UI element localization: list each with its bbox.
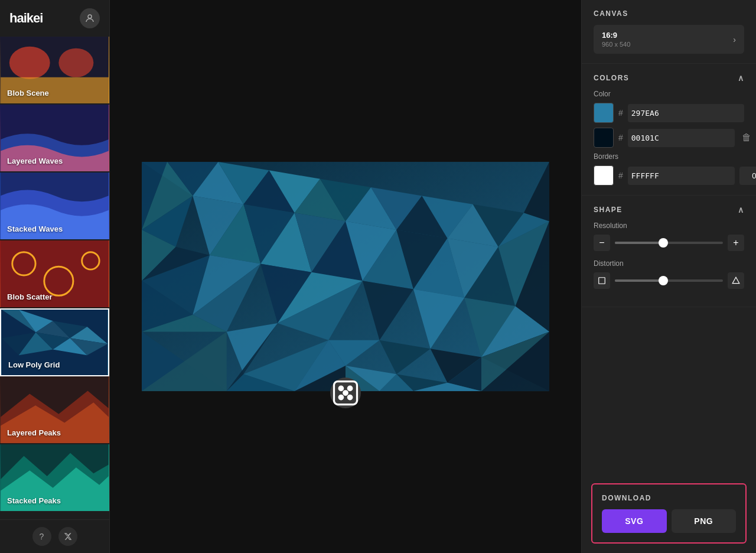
svg-point-99	[339, 395, 343, 399]
right-panel: CANVAS 16:9 960 x 540 › COLORS ∧ Color #…	[581, 0, 756, 553]
border-hex-input[interactable]	[628, 167, 735, 185]
download-png-button[interactable]: PNG	[672, 509, 737, 533]
svg-rect-102	[599, 278, 605, 284]
twitter-button[interactable]	[58, 527, 77, 546]
color-row-1: #	[594, 103, 744, 123]
colors-chevron[interactable]: ∧	[738, 73, 745, 83]
main-canvas-area	[110, 0, 581, 553]
download-buttons: SVG PNG	[602, 509, 736, 533]
sidebar-item-blob-scene[interactable]: Blob Scene	[0, 37, 109, 105]
color-swatch-2[interactable]	[594, 128, 614, 148]
sidebar-item-label-stacked-waves: Stacked Waves	[7, 225, 63, 233]
distortion-icon-left[interactable]	[594, 272, 610, 289]
download-svg-button[interactable]: SVG	[602, 509, 667, 533]
colors-section-title: COLORS ∧	[594, 73, 744, 83]
color-hex-input-1[interactable]	[628, 104, 744, 122]
resolution-decrease-button[interactable]: −	[594, 235, 610, 251]
svg-point-3	[58, 48, 93, 77]
borders-label: Borders	[594, 152, 744, 161]
avatar-button[interactable]	[80, 8, 100, 28]
distortion-slider[interactable]	[615, 279, 723, 282]
sidebar-item-label-layered-waves: Layered Waves	[7, 157, 63, 165]
distortion-slider-row	[594, 272, 744, 289]
sidebar-items-list: Blob SceneLayered WavesStacked WavesBlob…	[0, 37, 109, 519]
randomize-button[interactable]	[330, 378, 361, 408]
sidebar-item-layered-waves[interactable]: Layered Waves	[0, 105, 109, 173]
canvas-preview	[142, 161, 549, 392]
border-value-input[interactable]	[739, 167, 756, 185]
shape-chevron[interactable]: ∧	[738, 205, 745, 214]
sidebar-item-label-blob-scene: Blob Scene	[7, 89, 49, 97]
sidebar-item-label-layered-peaks: Layered Peaks	[7, 428, 61, 437]
shape-section-title: SHAPE ∧	[594, 205, 744, 214]
canvas-ratio-label: 16:9	[602, 31, 630, 40]
resolution-slider[interactable]	[615, 242, 723, 244]
color-swatch-1[interactable]	[594, 103, 614, 123]
sidebar-item-low-poly-grid[interactable]: Low Poly Grid	[0, 308, 109, 376]
sidebar-item-label-blob-scatter: Blob Scatter	[7, 292, 53, 301]
canvas-section-title: CANVAS	[594, 9, 744, 18]
resolution-slider-row: − +	[594, 235, 744, 251]
shape-section: SHAPE ∧ Resolution − + Distortion	[582, 196, 756, 307]
sidebar-item-label-stacked-peaks: Stacked Peaks	[7, 496, 61, 505]
svg-point-0	[88, 15, 92, 18]
help-button[interactable]: ?	[32, 527, 51, 546]
hash-1: #	[618, 108, 623, 118]
canvas-size-label: 960 x 540	[602, 41, 630, 48]
sidebar-item-label-low-poly-grid: Low Poly Grid	[8, 360, 60, 369]
sidebar-footer: ?	[0, 519, 109, 553]
sidebar-header: haikei	[0, 0, 109, 37]
border-color-swatch[interactable]	[594, 165, 614, 186]
sidebar-item-blob-scatter[interactable]: Blob Scatter	[0, 240, 109, 308]
download-section: DOWNLOAD SVG PNG	[591, 483, 747, 544]
resolution-increase-button[interactable]: +	[728, 235, 744, 251]
svg-point-101	[344, 391, 348, 395]
hash-2: #	[618, 133, 623, 142]
color-row-2: # 🗑	[594, 128, 744, 148]
app-logo: haikei	[9, 11, 43, 26]
svg-point-100	[348, 395, 352, 399]
canvas-selector-chevron: ›	[733, 35, 736, 44]
resolution-label: Resolution	[594, 222, 744, 230]
colors-section: COLORS ∧ Color # # 🗑 Borders #	[582, 64, 756, 196]
sidebar: haikei Blob SceneLayered WavesStacked Wa…	[0, 0, 110, 553]
sidebar-item-stacked-peaks[interactable]: Stacked Peaks	[0, 444, 109, 512]
color-hex-input-2[interactable]	[628, 129, 735, 147]
color-label: Color	[594, 90, 744, 98]
sidebar-item-stacked-waves[interactable]: Stacked Waves	[0, 173, 109, 240]
svg-marker-103	[732, 277, 739, 284]
hash-border: #	[618, 171, 623, 180]
border-row: #	[594, 165, 744, 186]
canvas-section: CANVAS 16:9 960 x 540 ›	[582, 0, 756, 64]
download-title: DOWNLOAD	[602, 494, 736, 502]
svg-point-97	[339, 386, 343, 391]
delete-color-button[interactable]: 🗑	[739, 130, 754, 145]
distortion-label: Distortion	[594, 259, 744, 268]
sidebar-item-layered-peaks[interactable]: Layered Peaks	[0, 376, 109, 444]
svg-point-2	[9, 47, 50, 79]
distortion-icon-right[interactable]	[728, 272, 744, 289]
svg-point-98	[348, 386, 352, 391]
canvas-svg	[142, 161, 549, 392]
canvas-ratio-selector[interactable]: 16:9 960 x 540 ›	[594, 25, 744, 54]
